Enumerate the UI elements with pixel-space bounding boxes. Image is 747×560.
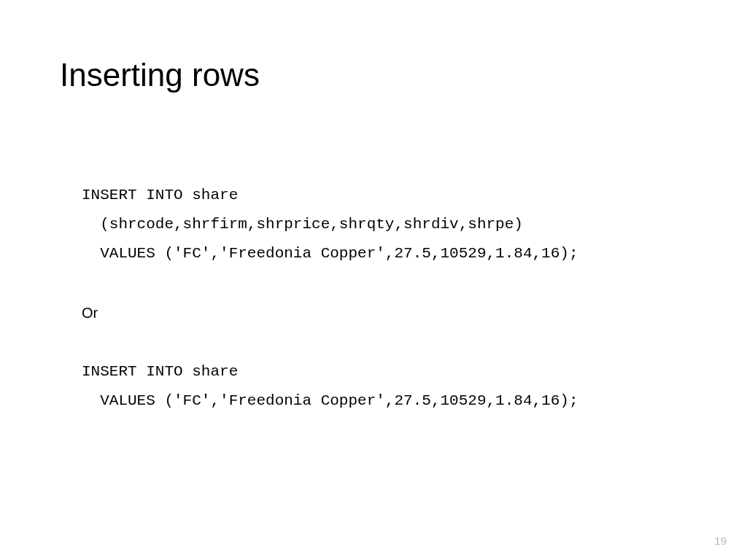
code-line: (shrcode,shrfirm,shrprice,shrqty,shrdiv,… [82, 216, 523, 233]
code-line: VALUES ('FC','Freedonia Copper',27.5,105… [82, 245, 578, 262]
page-number: 19 [714, 534, 727, 547]
separator-or: Or [82, 299, 578, 327]
code-line: INSERT INTO share [82, 187, 238, 203]
slide: Inserting rows INSERT INTO share (shrcod… [0, 0, 747, 560]
code-line: INSERT INTO share [82, 363, 238, 380]
code-line: VALUES ('FC','Freedonia Copper',27.5,105… [82, 392, 578, 409]
slide-body: INSERT INTO share (shrcode,shrfirm,shrpr… [82, 181, 578, 415]
slide-title: Inserting rows [60, 57, 260, 93]
code-block-2: INSERT INTO share VALUES ('FC','Freedoni… [82, 357, 578, 416]
code-block-1: INSERT INTO share (shrcode,shrfirm,shrpr… [82, 181, 578, 268]
